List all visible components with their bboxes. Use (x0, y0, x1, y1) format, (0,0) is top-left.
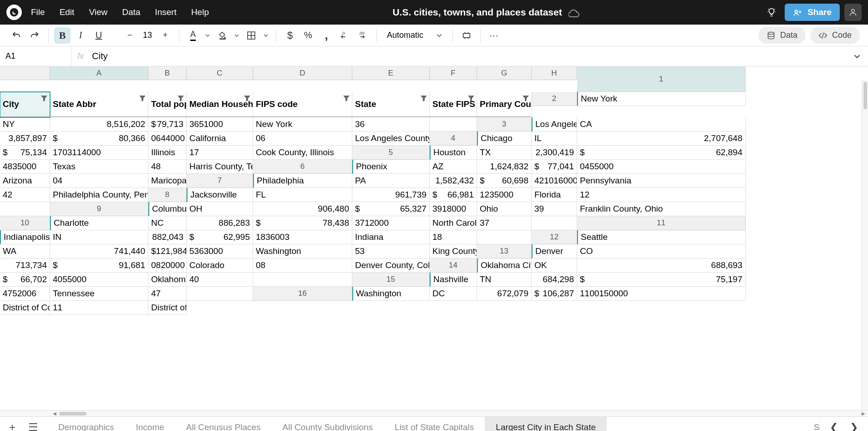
sheet-tab-largest-city-in-each-state[interactable]: Largest City in Each State (485, 417, 607, 431)
increase-decimal-button[interactable]: .00 (355, 27, 371, 44)
undo-button[interactable] (8, 27, 25, 44)
underline-button[interactable]: U (91, 27, 107, 44)
sheet-tab-all-cenusus-places[interactable]: All Cenusus Places (175, 417, 272, 431)
cell-C8[interactable]: 961,739 (352, 188, 430, 202)
cell-D11[interactable]: $62,995 (187, 230, 253, 244)
cell-H6[interactable]: Maricopa County, Arizona (148, 174, 187, 188)
cell-A16[interactable]: Washington (352, 287, 430, 301)
column-header-E[interactable]: E (352, 66, 430, 80)
tab-scroll-left[interactable]: ❮ (826, 421, 842, 431)
cell-B9[interactable]: OH (187, 202, 253, 216)
text-color-dropdown[interactable] (203, 27, 212, 44)
bold-button[interactable]: B (54, 27, 71, 44)
column-header-D[interactable]: D (253, 66, 352, 80)
spreadsheet-grid[interactable]: ABCDEFGH1CityState AbbrTotal populationM… (0, 66, 868, 410)
cell-E4[interactable]: 1703114000 (50, 146, 148, 160)
cell-E7[interactable]: 4210160000 (532, 174, 577, 188)
cell-C9[interactable]: 906,480 (253, 202, 352, 216)
row-header-16[interactable]: 16 (253, 287, 352, 301)
menu-view[interactable]: View (89, 7, 107, 17)
number-format-select[interactable]: Automatic (382, 28, 447, 43)
cell-E15[interactable]: 4752006 (0, 287, 50, 301)
cell-B3[interactable]: CA (577, 117, 746, 132)
cell-A9[interactable]: Columbus (148, 202, 187, 216)
cell-G3[interactable]: 06 (253, 132, 352, 146)
cell-B5[interactable]: TX (477, 146, 532, 160)
header-cell-H[interactable]: Primary County (477, 92, 532, 117)
cell-A11[interactable]: Indianapolis (0, 230, 50, 244)
cell-D16[interactable]: $106,287 (532, 287, 577, 301)
cell-C13[interactable]: 713,734 (0, 259, 50, 273)
cell-C16[interactable]: 672,079 (477, 287, 532, 301)
cell-E2[interactable]: 3651000 (187, 117, 253, 132)
cell-D6[interactable]: $77,041 (532, 160, 577, 174)
cell-F15[interactable]: Tennessee (50, 287, 148, 301)
cell-reference[interactable]: A1 (0, 46, 72, 66)
cell-H5[interactable]: Harris County, Texas (187, 160, 253, 174)
cell-A15[interactable]: Nashville (430, 273, 477, 287)
cell-C12[interactable]: 741,440 (50, 244, 148, 259)
row-header-6[interactable]: 6 (253, 160, 352, 174)
cell-B15[interactable]: TN (477, 273, 532, 287)
header-cell-B[interactable]: State Abbr (50, 92, 148, 117)
column-header-G[interactable]: G (477, 66, 532, 80)
cell-A2[interactable]: New York (577, 92, 746, 106)
cell-E14[interactable]: 4055000 (50, 273, 148, 287)
cell-C3[interactable]: 3,857,897 (0, 132, 50, 146)
grid-corner[interactable] (0, 66, 50, 80)
cell-E8[interactable]: 1235000 (477, 188, 532, 202)
row-header-9[interactable]: 9 (50, 202, 148, 216)
cell-H11[interactable] (477, 230, 532, 244)
menu-edit[interactable]: Edit (60, 7, 75, 17)
menu-help[interactable]: Help (191, 7, 209, 17)
cell-B14[interactable]: OK (532, 259, 577, 273)
cell-H13[interactable]: Denver County, Colorado (352, 259, 430, 273)
cell-F12[interactable]: Washington (253, 244, 352, 259)
cell-G8[interactable]: 12 (577, 188, 746, 202)
cell-H9[interactable]: Franklin County, Ohio (577, 202, 746, 216)
row-header-12[interactable]: 12 (532, 230, 577, 244)
cell-C5[interactable]: 2,300,419 (532, 146, 577, 160)
comma-format-button[interactable]: , (318, 27, 335, 44)
header-cell-D[interactable]: Median Household Income (187, 92, 253, 117)
column-header-B[interactable]: B (148, 66, 187, 80)
fill-color-button[interactable] (214, 27, 230, 44)
cell-D12[interactable]: $121,984 (148, 244, 187, 259)
cell-F9[interactable]: Ohio (477, 202, 532, 216)
cell-F13[interactable]: Colorado (187, 259, 253, 273)
column-header-C[interactable]: C (187, 66, 253, 80)
cell-A8[interactable]: Jacksonville (187, 188, 253, 202)
sheet-tab-list-of-state-capitals[interactable]: List of State Capitals (384, 417, 485, 431)
cell-E16[interactable]: 1100150000 (577, 287, 746, 301)
fill-color-dropdown[interactable] (232, 27, 241, 44)
cell-A5[interactable]: Houston (430, 146, 477, 160)
cell-H7[interactable]: Philadelphia County, Pennsylvania (50, 188, 148, 202)
cell-D2[interactable]: $79,713 (148, 117, 187, 132)
cell-G14[interactable]: 40 (187, 273, 253, 287)
cell-G15[interactable]: 47 (148, 287, 187, 301)
formula-bar-expand[interactable] (846, 53, 868, 60)
row-header-8[interactable]: 8 (148, 188, 187, 202)
cell-E6[interactable]: 0455000 (577, 160, 746, 174)
cell-B7[interactable]: PA (352, 174, 430, 188)
cell-A13[interactable]: Denver (532, 244, 577, 259)
cell-F2[interactable]: New York (253, 117, 352, 132)
row-header-13[interactable]: 13 (477, 244, 532, 259)
cell-C11[interactable]: 882,043 (148, 230, 187, 244)
cell-H2[interactable] (430, 117, 477, 132)
cell-D3[interactable]: $80,366 (50, 132, 148, 146)
row-header-3[interactable]: 3 (477, 117, 532, 132)
cell-D9[interactable]: $65,327 (352, 202, 430, 216)
cell-B12[interactable]: WA (0, 244, 50, 259)
cell-D8[interactable]: $66,981 (430, 188, 477, 202)
sheet-tab-demographics[interactable]: Demographics (47, 417, 125, 431)
cell-G4[interactable]: 17 (187, 146, 253, 160)
code-mode-button[interactable]: Code (810, 27, 860, 44)
header-cell-G[interactable]: State FIPS (430, 92, 477, 117)
borders-dropdown[interactable] (261, 27, 270, 44)
horizontal-scrollbar[interactable]: ◀ ▶ (0, 410, 868, 416)
cell-B2[interactable]: NY (0, 117, 50, 132)
cell-H8[interactable] (0, 202, 50, 216)
row-header-1[interactable]: 1 (577, 66, 746, 92)
app-logo[interactable] (6, 5, 22, 20)
